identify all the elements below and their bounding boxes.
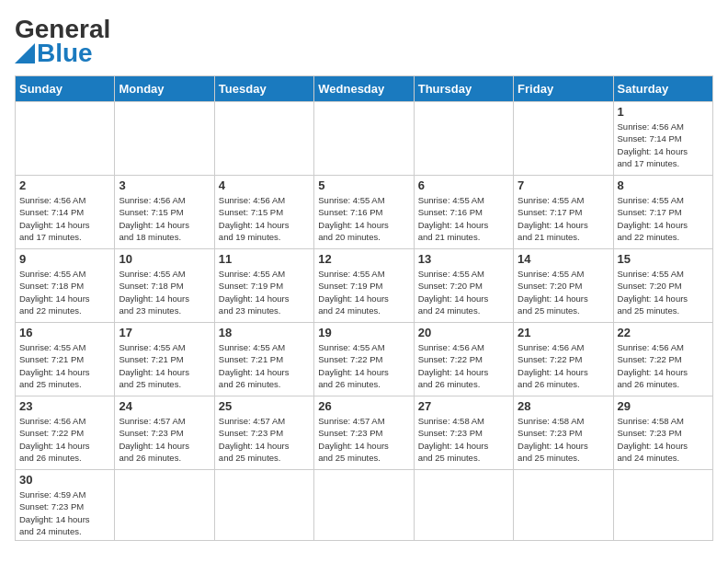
day-cell: 12Sunrise: 4:55 AMSunset: 7:19 PMDayligh… [314, 249, 414, 323]
day-info: Sunrise: 4:55 AMSunset: 7:22 PMDaylight:… [318, 341, 409, 390]
header-cell-wednesday: Wednesday [314, 76, 414, 102]
day-info: Sunrise: 4:56 AMSunset: 7:14 PMDaylight:… [618, 121, 709, 169]
logo-blue-icon [15, 43, 35, 63]
day-cell: 16Sunrise: 4:55 AMSunset: 7:21 PMDayligh… [16, 323, 115, 396]
day-info: Sunrise: 4:56 AMSunset: 7:22 PMDaylight:… [19, 415, 110, 464]
day-cell: 22Sunrise: 4:56 AMSunset: 7:22 PMDayligh… [613, 323, 712, 396]
header-cell-sunday: Sunday [16, 76, 115, 102]
day-number: 10 [119, 252, 210, 266]
day-cell [214, 470, 313, 541]
day-info: Sunrise: 4:55 AMSunset: 7:19 PMDaylight:… [318, 268, 409, 316]
header-cell-tuesday: Tuesday [214, 76, 313, 102]
day-number: 18 [219, 326, 310, 339]
day-info: Sunrise: 4:55 AMSunset: 7:16 PMDaylight:… [418, 194, 509, 243]
day-info: Sunrise: 4:58 AMSunset: 7:23 PMDaylight:… [518, 415, 609, 464]
day-info: Sunrise: 4:55 AMSunset: 7:21 PMDaylight:… [119, 341, 210, 390]
header-cell-friday: Friday [514, 76, 613, 102]
day-cell: 5Sunrise: 4:55 AMSunset: 7:16 PMDaylight… [314, 176, 414, 249]
day-cell: 9Sunrise: 4:55 AMSunset: 7:18 PMDaylight… [16, 249, 115, 323]
day-info: Sunrise: 4:56 AMSunset: 7:22 PMDaylight:… [618, 341, 709, 390]
day-number: 9 [19, 252, 110, 266]
day-cell: 30Sunrise: 4:59 AMSunset: 7:23 PMDayligh… [16, 470, 115, 541]
week-row-5: 30Sunrise: 4:59 AMSunset: 7:23 PMDayligh… [16, 470, 713, 541]
day-number: 7 [518, 178, 609, 192]
day-number: 15 [618, 252, 709, 266]
day-cell: 24Sunrise: 4:57 AMSunset: 7:23 PMDayligh… [115, 396, 214, 470]
day-cell [514, 470, 613, 541]
day-number: 27 [418, 399, 509, 413]
week-row-4: 23Sunrise: 4:56 AMSunset: 7:22 PMDayligh… [16, 396, 713, 470]
day-number: 25 [219, 399, 310, 413]
day-cell: 14Sunrise: 4:55 AMSunset: 7:20 PMDayligh… [514, 249, 613, 323]
day-info: Sunrise: 4:57 AMSunset: 7:23 PMDaylight:… [119, 415, 210, 464]
day-cell: 13Sunrise: 4:55 AMSunset: 7:20 PMDayligh… [414, 249, 513, 323]
day-number: 6 [418, 178, 509, 192]
day-info: Sunrise: 4:55 AMSunset: 7:17 PMDaylight:… [618, 194, 709, 243]
calendar-table: SundayMondayTuesdayWednesdayThursdayFrid… [15, 75, 713, 541]
day-number: 17 [119, 326, 210, 339]
day-cell: 19Sunrise: 4:55 AMSunset: 7:22 PMDayligh… [314, 323, 414, 396]
day-number: 1 [618, 105, 709, 119]
day-cell: 20Sunrise: 4:56 AMSunset: 7:22 PMDayligh… [414, 323, 513, 396]
day-cell: 25Sunrise: 4:57 AMSunset: 7:23 PMDayligh… [214, 396, 313, 470]
day-info: Sunrise: 4:55 AMSunset: 7:20 PMDaylight:… [418, 268, 509, 316]
day-number: 22 [618, 326, 709, 339]
day-cell: 6Sunrise: 4:55 AMSunset: 7:16 PMDaylight… [414, 176, 513, 249]
logo-area: General Blue [15, 15, 107, 68]
day-cell: 8Sunrise: 4:55 AMSunset: 7:17 PMDaylight… [613, 176, 712, 249]
day-cell: 21Sunrise: 4:56 AMSunset: 7:22 PMDayligh… [514, 323, 613, 396]
header: General Blue [15, 15, 713, 68]
day-info: Sunrise: 4:55 AMSunset: 7:16 PMDaylight:… [318, 194, 409, 243]
day-info: Sunrise: 4:55 AMSunset: 7:17 PMDaylight:… [518, 194, 609, 243]
day-cell: 26Sunrise: 4:57 AMSunset: 7:23 PMDayligh… [314, 396, 414, 470]
page-container: General Blue SundayMondayTuesdayWednesda… [15, 15, 713, 541]
day-number: 28 [518, 399, 609, 413]
day-info: Sunrise: 4:56 AMSunset: 7:22 PMDaylight:… [418, 341, 509, 390]
day-number: 16 [19, 326, 110, 339]
day-info: Sunrise: 4:55 AMSunset: 7:20 PMDaylight:… [618, 268, 709, 316]
day-cell: 17Sunrise: 4:55 AMSunset: 7:21 PMDayligh… [115, 323, 214, 396]
day-number: 26 [318, 399, 409, 413]
day-number: 3 [119, 178, 210, 192]
header-cell-saturday: Saturday [613, 76, 712, 102]
day-cell [414, 470, 513, 541]
day-number: 24 [119, 399, 210, 413]
day-info: Sunrise: 4:55 AMSunset: 7:19 PMDaylight:… [219, 268, 310, 316]
week-row-1: 2Sunrise: 4:56 AMSunset: 7:14 PMDaylight… [16, 176, 713, 249]
week-row-2: 9Sunrise: 4:55 AMSunset: 7:18 PMDaylight… [16, 249, 713, 323]
day-number: 29 [618, 399, 709, 413]
day-cell [414, 102, 513, 176]
day-cell: 18Sunrise: 4:55 AMSunset: 7:21 PMDayligh… [214, 323, 313, 396]
day-number: 23 [19, 399, 110, 413]
logo-blue-text: Blue [37, 39, 93, 68]
day-info: Sunrise: 4:56 AMSunset: 7:15 PMDaylight:… [119, 194, 210, 243]
day-number: 20 [418, 326, 509, 339]
day-info: Sunrise: 4:56 AMSunset: 7:15 PMDaylight:… [219, 194, 310, 243]
day-cell: 7Sunrise: 4:55 AMSunset: 7:17 PMDaylight… [514, 176, 613, 249]
day-cell: 10Sunrise: 4:55 AMSunset: 7:18 PMDayligh… [115, 249, 214, 323]
day-info: Sunrise: 4:57 AMSunset: 7:23 PMDaylight:… [219, 415, 310, 464]
day-cell: 28Sunrise: 4:58 AMSunset: 7:23 PMDayligh… [514, 396, 613, 470]
day-info: Sunrise: 4:55 AMSunset: 7:21 PMDaylight:… [219, 341, 310, 390]
header-row: SundayMondayTuesdayWednesdayThursdayFrid… [16, 76, 713, 102]
day-info: Sunrise: 4:59 AMSunset: 7:23 PMDaylight:… [19, 488, 110, 537]
day-number: 4 [219, 178, 310, 192]
day-cell: 1Sunrise: 4:56 AMSunset: 7:14 PMDaylight… [613, 102, 712, 176]
day-number: 21 [518, 326, 609, 339]
day-info: Sunrise: 4:55 AMSunset: 7:21 PMDaylight:… [19, 341, 110, 390]
day-cell [314, 470, 414, 541]
header-cell-monday: Monday [115, 76, 214, 102]
day-cell [115, 470, 214, 541]
day-cell [214, 102, 313, 176]
day-info: Sunrise: 4:57 AMSunset: 7:23 PMDaylight:… [318, 415, 409, 464]
header-cell-thursday: Thursday [414, 76, 513, 102]
day-info: Sunrise: 4:56 AMSunset: 7:14 PMDaylight:… [19, 194, 110, 243]
day-cell [613, 470, 712, 541]
day-number: 14 [518, 252, 609, 266]
day-cell: 2Sunrise: 4:56 AMSunset: 7:14 PMDaylight… [16, 176, 115, 249]
day-cell: 29Sunrise: 4:58 AMSunset: 7:23 PMDayligh… [613, 396, 712, 470]
day-cell: 15Sunrise: 4:55 AMSunset: 7:20 PMDayligh… [613, 249, 712, 323]
day-info: Sunrise: 4:55 AMSunset: 7:18 PMDaylight:… [19, 268, 110, 316]
day-info: Sunrise: 4:56 AMSunset: 7:22 PMDaylight:… [518, 341, 609, 390]
week-row-0: 1Sunrise: 4:56 AMSunset: 7:14 PMDaylight… [16, 102, 713, 176]
